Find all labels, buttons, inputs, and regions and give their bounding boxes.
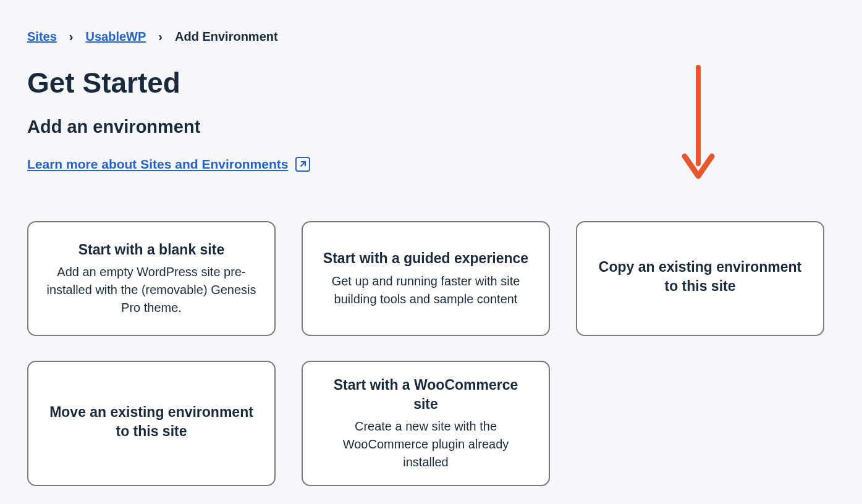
card-move-environment[interactable]: Move an existing environment to this sit…: [27, 361, 276, 486]
breadcrumb-link-sites[interactable]: Sites: [27, 30, 57, 44]
card-desc: Create a new site with the WooCommerce p…: [320, 418, 531, 471]
page-subtitle: Add an environment: [27, 117, 835, 137]
card-blank-site[interactable]: Start with a blank site Add an empty Wor…: [27, 221, 276, 336]
card-title: Start with a WooCommerce site: [320, 376, 531, 414]
card-title: Copy an existing environment to this sit…: [594, 258, 806, 296]
cards-grid: Start with a blank site Add an empty Wor…: [27, 221, 835, 486]
learn-more-link[interactable]: Learn more about Sites and Environments: [27, 157, 288, 172]
chevron-right-icon: ›: [158, 30, 163, 44]
card-copy-environment[interactable]: Copy an existing environment to this sit…: [576, 221, 824, 336]
card-desc: Get up and running faster with site buil…: [320, 272, 531, 308]
breadcrumb-current: Add Environment: [175, 30, 278, 44]
chevron-right-icon: ›: [69, 30, 74, 44]
card-title: Start with a guided experience: [323, 249, 528, 268]
learn-more-row: Learn more about Sites and Environments: [27, 157, 835, 172]
breadcrumb-link-site-name[interactable]: UsableWP: [85, 30, 146, 44]
card-title: Move an existing environment to this sit…: [46, 403, 257, 441]
card-guided-experience[interactable]: Start with a guided experience Get up an…: [302, 221, 550, 336]
card-desc: Add an empty WordPress site pre-installe…: [46, 263, 257, 317]
page-title: Get Started: [27, 66, 835, 99]
card-title: Start with a blank site: [78, 240, 224, 259]
breadcrumb: Sites › UsableWP › Add Environment: [27, 30, 835, 44]
card-woocommerce-site[interactable]: Start with a WooCommerce site Create a n…: [302, 361, 550, 486]
external-link-icon[interactable]: [295, 157, 310, 172]
